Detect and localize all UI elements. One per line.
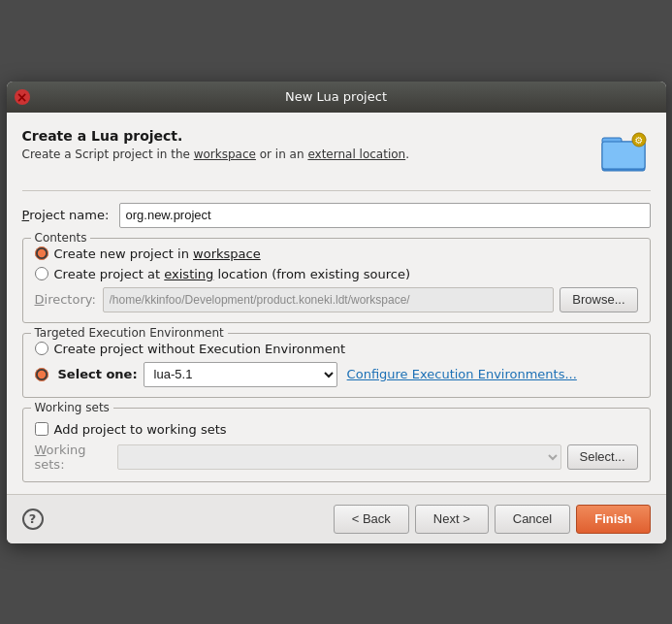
nav-buttons: < Back Next > Cancel Finish (334, 505, 651, 534)
dialog-subtext: Create a Script project in the workspace… (22, 148, 410, 161)
bottom-bar: ? < Back Next > Cancel Finish (7, 494, 666, 543)
window-title: New Lua project (38, 89, 635, 104)
dialog-content: Create a Lua project. Create a Script pr… (7, 113, 666, 482)
folder-icon: ⚙ (600, 128, 651, 179)
create-in-workspace-row: Create new project in workspace (35, 246, 638, 261)
create-in-workspace-label: Create new project in workspace (54, 246, 261, 261)
working-sets-title: Working sets (31, 401, 113, 414)
main-window: New Lua project Create a Lua project. Cr… (7, 82, 666, 543)
header-section: Create a Lua project. Create a Script pr… (22, 128, 651, 179)
working-sets-group: Working sets Add project to working sets… (22, 408, 651, 482)
execution-env-title: Targeted Execution Environment (31, 326, 228, 340)
execution-env-group: Targeted Execution Environment Create pr… (22, 333, 651, 398)
working-sets-select-button[interactable]: Select... (567, 444, 638, 470)
create-at-location-label: Create project at existing location (fro… (54, 267, 411, 281)
no-env-row: Create project without Execution Environ… (35, 342, 638, 356)
back-button[interactable]: < Back (334, 505, 409, 534)
directory-input[interactable] (103, 287, 555, 312)
directory-label: Directory: (35, 292, 103, 307)
env-dropdown[interactable]: lua-5.1 lua-5.2 lua-5.3 (144, 362, 337, 387)
create-at-location-radio[interactable] (35, 267, 48, 280)
close-button[interactable] (15, 89, 30, 105)
select-env-row: Select one: lua-5.1 lua-5.2 lua-5.3 Conf… (35, 362, 638, 387)
svg-text:⚙: ⚙ (634, 135, 643, 146)
cancel-button[interactable]: Cancel (495, 505, 570, 534)
no-env-radio[interactable] (35, 342, 48, 355)
working-sets-dropdown[interactable] (117, 444, 561, 470)
project-name-row: Project name: (22, 203, 651, 228)
select-env-radio-group: Select one: (35, 367, 138, 381)
select-env-radio[interactable] (35, 368, 48, 381)
add-to-working-sets-label: Add project to working sets (54, 422, 227, 437)
project-name-input[interactable] (119, 203, 651, 228)
directory-row: Directory: Browse... (35, 287, 638, 312)
add-to-working-sets-checkbox[interactable] (35, 422, 48, 436)
create-in-workspace-radio[interactable] (35, 246, 48, 260)
next-button[interactable]: Next > (415, 505, 489, 534)
no-env-label: Create project without Execution Environ… (54, 342, 346, 356)
create-at-location-row: Create project at existing location (fro… (35, 267, 638, 281)
dialog-heading: Create a Lua project. (22, 128, 410, 144)
finish-button[interactable]: Finish (576, 505, 650, 534)
project-name-label: Project name: (22, 208, 119, 222)
select-one-label: Select one: (58, 367, 138, 381)
working-sets-label: Working sets: (35, 443, 117, 472)
header-divider (22, 190, 651, 191)
browse-button[interactable]: Browse... (560, 287, 637, 312)
working-sets-field-row: Working sets: Select... (35, 443, 638, 472)
header-text: Create a Lua project. Create a Script pr… (22, 128, 410, 161)
contents-group-title: Contents (31, 231, 91, 245)
help-button[interactable]: ? (22, 509, 44, 530)
contents-group: Contents Create new project in workspace… (22, 238, 651, 323)
title-bar: New Lua project (7, 82, 666, 113)
configure-env-link[interactable]: Configure Execution Environments... (347, 367, 577, 381)
add-to-working-sets-row: Add project to working sets (35, 422, 638, 437)
